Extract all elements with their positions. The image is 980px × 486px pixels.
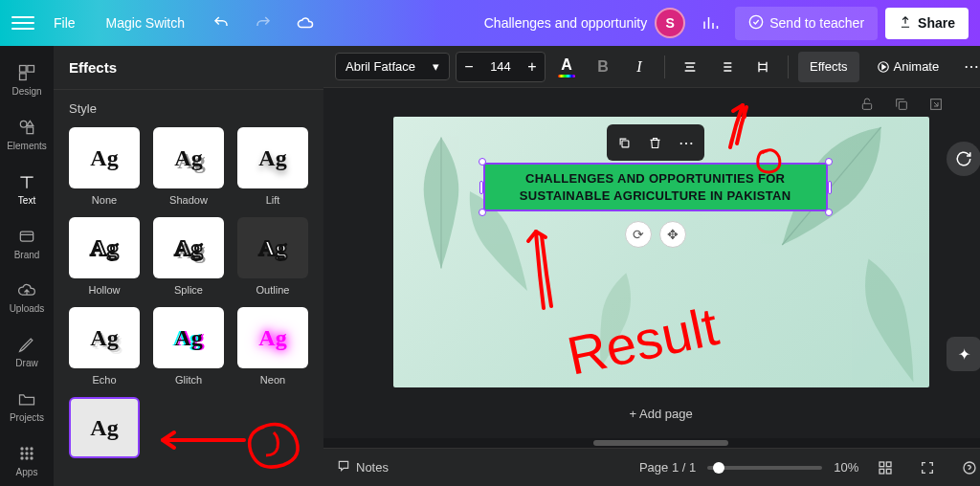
rail-apps[interactable]: Apps — [0, 433, 54, 486]
svg-rect-23 — [887, 462, 892, 467]
text-toolbar: Abril Fatface ▾ − + A B I Effects Animat… — [323, 46, 980, 88]
svg-rect-20 — [622, 141, 629, 147]
resize-handle-tr[interactable] — [825, 158, 833, 166]
svg-rect-17 — [863, 103, 872, 109]
style-hollow[interactable]: AgHollow — [69, 217, 140, 296]
style-background[interactable]: Ag — [69, 397, 140, 464]
cloud-sync-icon[interactable] — [288, 6, 323, 40]
lock-icon[interactable] — [855, 92, 880, 117]
sparkle-fab[interactable]: ✦ — [947, 337, 980, 371]
document-title[interactable]: Challenges and opportunity — [484, 15, 647, 31]
zoom-level[interactable]: 10% — [834, 460, 858, 475]
animate-label: Animate — [894, 59, 940, 74]
delete-icon[interactable] — [641, 128, 670, 157]
zoom-slider[interactable] — [707, 466, 822, 470]
font-size-minus[interactable]: − — [457, 53, 481, 81]
bold-button[interactable]: B — [588, 52, 618, 82]
notes-button[interactable]: Notes — [337, 459, 389, 475]
svg-point-9 — [30, 447, 33, 450]
resize-handle-left[interactable] — [479, 181, 483, 194]
svg-point-11 — [25, 452, 28, 454]
style-label: Lift — [266, 194, 280, 206]
notes-label: Notes — [356, 460, 389, 475]
rail-label: Draw — [15, 358, 37, 368]
canvas-scroll[interactable]: ✦ ⋯ CHALLENGES AND OPPORTUNITIES FOR — [323, 88, 980, 438]
left-rail: Design Elements Text Brand Uploads Draw … — [0, 46, 54, 486]
canvas-area: Abril Fatface ▾ − + A B I Effects Animat… — [323, 46, 980, 486]
send-to-teacher-button[interactable]: Send to teacher — [735, 7, 878, 40]
rail-label: Brand — [14, 250, 40, 260]
list-button[interactable] — [711, 52, 742, 82]
align-button[interactable] — [675, 52, 705, 82]
rotate-handle[interactable]: ⟳ — [625, 221, 652, 248]
rail-label: Uploads — [10, 303, 45, 314]
page-indicator[interactable]: Page 1 / 1 — [639, 460, 696, 475]
style-outline[interactable]: AgOutline — [237, 217, 308, 296]
rail-uploads[interactable]: Uploads — [0, 271, 54, 323]
more-icon[interactable]: ⋯ — [672, 128, 701, 157]
svg-point-14 — [25, 456, 28, 459]
svg-point-0 — [750, 15, 763, 28]
horizontal-scrollbar[interactable] — [323, 438, 980, 448]
resize-handle-bl[interactable] — [479, 209, 486, 216]
user-avatar[interactable]: S — [655, 8, 685, 38]
refresh-fab[interactable] — [947, 142, 980, 176]
effects-button[interactable]: Effects — [798, 52, 859, 82]
share-button[interactable]: Share — [885, 8, 969, 39]
font-size-plus[interactable]: + — [520, 53, 545, 81]
italic-button[interactable]: I — [624, 52, 655, 82]
style-glitch[interactable]: AgGlitch — [153, 307, 224, 386]
animate-button[interactable]: Animate — [865, 52, 951, 82]
duplicate-page-icon[interactable] — [889, 92, 914, 117]
resize-handle-tl[interactable] — [479, 158, 486, 166]
grid-view-icon[interactable] — [870, 453, 901, 483]
text-color-button[interactable]: A — [551, 52, 582, 82]
rail-label: Text — [18, 195, 35, 206]
selected-textbox[interactable]: ⋯ CHALLENGES AND OPPORTUNITIES FOR SUSTA… — [483, 163, 828, 211]
font-family-select[interactable]: Abril Fatface ▾ — [335, 53, 450, 80]
resize-handle-br[interactable] — [825, 209, 833, 216]
undo-icon[interactable] — [204, 6, 238, 40]
svg-rect-18 — [900, 101, 907, 109]
style-shadow[interactable]: AgShadow — [153, 127, 224, 206]
svg-rect-6 — [20, 232, 33, 241]
style-none[interactable]: AgNone — [69, 127, 140, 206]
copy-icon[interactable] — [611, 128, 639, 157]
page-tools — [855, 92, 948, 117]
spacing-button[interactable] — [747, 52, 778, 82]
magic-switch-button[interactable]: Magic Switch — [95, 8, 196, 38]
projects-icon — [16, 388, 37, 409]
style-echo[interactable]: AgEcho — [69, 307, 140, 386]
font-name: Abril Fatface — [345, 59, 415, 74]
send-label: Send to teacher — [769, 15, 864, 31]
style-splice[interactable]: AgSplice — [153, 217, 224, 296]
rail-label: Projects — [10, 412, 44, 423]
fullscreen-icon[interactable] — [912, 453, 943, 483]
rail-projects[interactable]: Projects — [0, 380, 54, 432]
rail-draw[interactable]: Draw — [0, 325, 54, 378]
rail-design[interactable]: Design — [0, 54, 54, 106]
style-lift[interactable]: AgLift — [237, 127, 308, 206]
rail-text[interactable]: Text — [0, 163, 54, 215]
style-neon[interactable]: AgNeon — [237, 307, 308, 386]
rail-elements[interactable]: Elements — [0, 108, 54, 161]
add-page-button[interactable]: + Add page — [618, 401, 704, 427]
insights-icon[interactable] — [693, 6, 727, 40]
help-icon[interactable] — [954, 453, 980, 483]
svg-point-13 — [20, 456, 23, 459]
page-1[interactable]: ⋯ CHALLENGES AND OPPORTUNITIES FOR SUSTA… — [393, 117, 929, 387]
more-options-icon[interactable]: ⋯ — [956, 52, 980, 82]
menu-icon[interactable] — [11, 11, 34, 34]
file-menu[interactable]: File — [42, 8, 87, 38]
expand-page-icon[interactable] — [924, 92, 948, 117]
check-circle-icon — [748, 14, 764, 33]
svg-rect-5 — [27, 127, 33, 134]
font-size-input[interactable] — [481, 59, 520, 74]
move-handle[interactable]: ✥ — [659, 221, 686, 248]
style-label: Glitch — [175, 374, 202, 386]
chevron-down-icon: ▾ — [433, 59, 439, 74]
rail-label: Design — [11, 86, 41, 97]
rail-brand[interactable]: Brand — [0, 216, 54, 269]
redo-icon[interactable] — [246, 6, 280, 40]
resize-handle-right[interactable] — [828, 181, 832, 194]
